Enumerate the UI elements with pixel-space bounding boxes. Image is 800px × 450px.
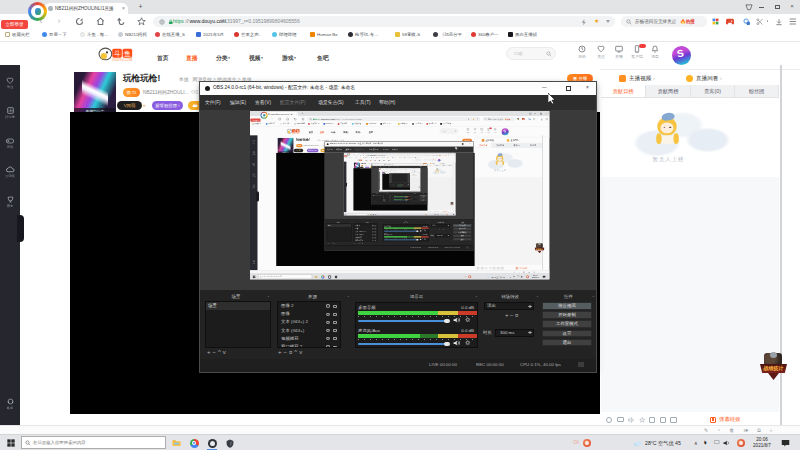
svg-text:DOUYU.COM: DOUYU.COM (113, 58, 133, 62)
svg-text:斗: 斗 (114, 50, 121, 57)
svg-text:鱼: 鱼 (124, 50, 131, 57)
svg-text:DOUYU.COM: DOUYU.COM (292, 133, 299, 134)
